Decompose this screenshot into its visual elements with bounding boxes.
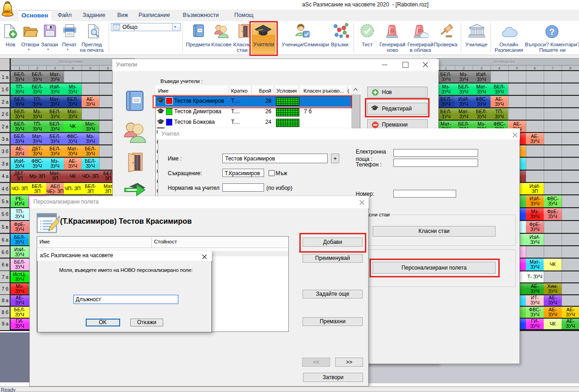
svg-text:?: ? [549, 27, 555, 37]
svg-text:asc: asc [4, 9, 11, 13]
